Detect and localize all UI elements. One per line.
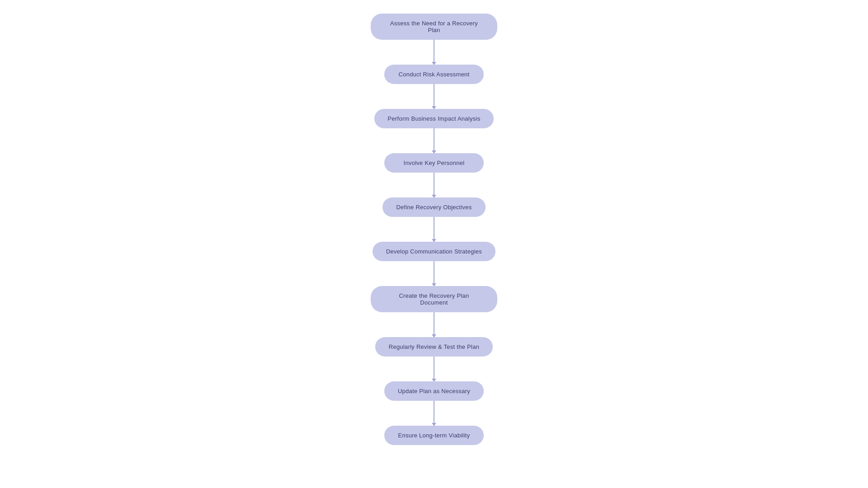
node-10[interactable]: Ensure Long-term Viability <box>384 426 484 445</box>
node-1[interactable]: Assess the Need for a Recovery Plan <box>371 14 497 40</box>
connector-6 <box>434 261 434 286</box>
node-2[interactable]: Conduct Risk Assessment <box>384 65 484 84</box>
node-9[interactable]: Update Plan as Necessary <box>384 381 484 401</box>
connector-1 <box>434 40 434 65</box>
node-5[interactable]: Define Recovery Objectives <box>382 197 485 217</box>
node-4[interactable]: Involve Key Personnel <box>384 153 484 173</box>
connector-4 <box>434 173 434 197</box>
node-8[interactable]: Regularly Review & Test the Plan <box>375 337 493 357</box>
flowchart-container: Assess the Need for a Recovery PlanCondu… <box>344 0 524 463</box>
connector-3 <box>434 128 434 153</box>
node-3[interactable]: Perform Business Impact Analysis <box>374 109 494 128</box>
connector-9 <box>434 401 434 426</box>
connector-2 <box>434 84 434 109</box>
connector-8 <box>434 357 434 381</box>
connector-7 <box>434 312 434 337</box>
connector-5 <box>434 217 434 242</box>
node-7[interactable]: Create the Recovery Plan Document <box>371 286 497 312</box>
node-6[interactable]: Develop Communication Strategies <box>373 242 495 261</box>
